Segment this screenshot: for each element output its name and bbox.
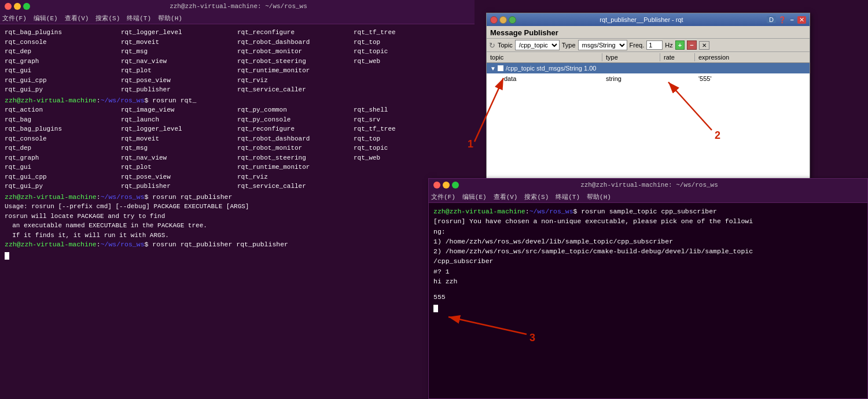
prompt-line-1: zzh@zzh-virtual-machine:~/ws/ros_ws$ ros… xyxy=(5,96,470,106)
menu-search[interactable]: 搜索(S) xyxy=(95,14,120,23)
cursor-line xyxy=(5,250,470,260)
hz-label: Hz xyxy=(665,42,672,49)
add-topic-btn[interactable]: + xyxy=(675,40,685,50)
rqt-titlebar: rqt_publisher__Publisher - rqt D ❓ － ✕ xyxy=(487,13,810,26)
rqt-close-btn[interactable] xyxy=(490,16,498,24)
bt-close-btn[interactable] xyxy=(433,182,440,189)
bt-menu-help[interactable]: 帮助(H) xyxy=(587,193,611,201)
close-btn[interactable] xyxy=(5,3,12,10)
menu-view[interactable]: 查看(V) xyxy=(65,14,89,23)
data-topic-cell: data xyxy=(487,75,602,83)
col-type: type xyxy=(602,53,660,61)
row-topic-cell: ▼ /cpp_topic std_msgs/String 1.00 xyxy=(487,64,602,72)
rqt-publisher-window: rqt_publisher__Publisher - rqt D ❓ － ✕ M… xyxy=(486,13,810,179)
freq-input[interactable] xyxy=(646,40,663,50)
bt-max-btn[interactable] xyxy=(452,182,459,189)
bt-555-value: 555 xyxy=(433,293,446,301)
remove-topic-btn[interactable]: − xyxy=(687,40,696,50)
row-topic-value: /cpp_topic std_msgs/String 1.00 xyxy=(506,65,597,72)
rqt-section-title: Message Publisher xyxy=(490,28,558,37)
expand-arrow: ▼ xyxy=(490,65,496,72)
data-rate-cell xyxy=(660,75,695,83)
freq-label: Freq. xyxy=(630,42,645,49)
clear-btn[interactable]: ✕ xyxy=(699,41,709,50)
max-btn[interactable] xyxy=(23,3,30,10)
rqt-win-controls xyxy=(490,16,516,24)
bt-line-2: ng: xyxy=(433,227,863,237)
bt-min-btn[interactable] xyxy=(443,182,450,189)
bt-line-7: hi zzh xyxy=(433,276,863,286)
bt-body: zzh@zzh-virtual-machine:~/ws/ros_ws$ ros… xyxy=(429,203,867,398)
rqt-table-header: topic type rate expression xyxy=(487,52,810,63)
col-rate: rate xyxy=(660,53,695,61)
bt-line-4: 2) /home/zzh/ws/ros_ws/src/sample_topic/… xyxy=(433,246,863,256)
bt-spacer xyxy=(433,286,863,292)
bt-line-5: /cpp_subscriber xyxy=(433,256,863,266)
rqt-table-body: ▼ /cpp_topic std_msgs/String 1.00 data s… xyxy=(487,63,810,179)
menu-help[interactable]: 帮助(H) xyxy=(158,14,182,23)
bt-menubar: 文件(F) 编辑(E) 查看(V) 搜索(S) 终端(T) 帮助(H) xyxy=(429,191,867,203)
bt-menu-edit[interactable]: 编辑(E) xyxy=(462,193,487,201)
bt-menu-terminal[interactable]: 终端(T) xyxy=(556,193,580,201)
bt-terminal-title: zzh@zzh-virtual-machine: ~/ws/ros_ws xyxy=(459,182,840,189)
menu-edit[interactable]: 编辑(E) xyxy=(34,14,58,23)
bt-win-controls xyxy=(433,182,459,189)
left-terminal-titlebar: zzh@zzh-virtual-machine: ~/ws/ros_ws xyxy=(0,0,475,13)
bt-menu-view[interactable]: 查看(V) xyxy=(494,193,518,201)
data-type-cell: string xyxy=(602,75,660,83)
bt-cursor xyxy=(433,305,438,312)
rqt-close-x[interactable]: － xyxy=(789,16,795,24)
cursor xyxy=(5,252,9,260)
rqt-row-selected[interactable]: ▼ /cpp_topic std_msgs/String 1.00 xyxy=(487,63,810,73)
left-terminal-body: rqt_bag_pluginsrqt_logger_levelrqt_recon… xyxy=(0,24,475,399)
bt-cursor-line xyxy=(433,302,863,312)
col-topic: topic xyxy=(487,53,602,61)
prompt-line-3: zzh@zzh-virtual-machine:~/ws/ros_ws$ ros… xyxy=(5,240,470,250)
left-win-controls xyxy=(5,3,30,10)
bt-output-555: 555 xyxy=(433,292,863,302)
bottom-terminal: zzh@zzh-virtual-machine: ~/ws/ros_ws 文件(… xyxy=(428,178,868,399)
bt-line-6: #? 1 xyxy=(433,267,863,276)
col-list-1: rqt_bag_pluginsrqt_logger_levelrqt_recon… xyxy=(5,28,470,95)
col-expression: expression xyxy=(695,53,810,61)
min-btn[interactable] xyxy=(14,3,21,10)
bt-line-1: [rosrun] You have chosen a non-unique ex… xyxy=(433,216,863,226)
usage-text: Usage: rosrun [--prefix cmd] [--debug] P… xyxy=(5,202,470,240)
bt-menu-file[interactable]: 文件(F) xyxy=(431,193,455,201)
row-expression-cell xyxy=(695,64,810,72)
bt-prompt-1: zzh@zzh-virtual-machine:~/ws/ros_ws$ ros… xyxy=(433,206,863,216)
rqt-section-row: Message Publisher xyxy=(487,26,810,39)
bt-titlebar: zzh@zzh-virtual-machine: ~/ws/ros_ws xyxy=(429,179,867,191)
menu-file[interactable]: 文件(F) xyxy=(2,14,27,23)
topic-label: Topic xyxy=(498,42,513,49)
rqt-row-data[interactable]: data string '555' xyxy=(487,73,810,84)
rqt-help-btn[interactable]: ❓ xyxy=(778,16,786,24)
rqt-window-title: rqt_publisher__Publisher - rqt xyxy=(599,16,683,23)
data-expression-cell: '555' xyxy=(695,75,810,83)
type-label: Type xyxy=(562,42,576,49)
rqt-x-btn[interactable]: ✕ xyxy=(797,16,806,24)
rqt-max-btn[interactable] xyxy=(509,16,516,24)
prompt-line-2: zzh@zzh-virtual-machine:~/ws/ros_ws$ ros… xyxy=(5,193,470,202)
left-terminal: zzh@zzh-virtual-machine: ~/ws/ros_ws 文件(… xyxy=(0,0,475,399)
bt-menu-search[interactable]: 搜索(S) xyxy=(524,193,549,201)
rqt-min-btn[interactable] xyxy=(499,16,507,24)
checkbox-icon[interactable] xyxy=(498,65,503,71)
bt-line-3: 1) /home/zzh/ws/ros_ws/devel/lib/sample_… xyxy=(433,237,863,246)
type-select[interactable]: msgs/String xyxy=(578,40,627,50)
menu-terminal[interactable]: 终端(T) xyxy=(127,14,151,23)
refresh-icon[interactable]: ↻ xyxy=(489,41,495,50)
row-type-cell xyxy=(602,64,660,72)
col-list-2: rqt_actionrqt_image_viewrqt_py_commonrqt… xyxy=(5,105,470,191)
left-terminal-menubar: 文件(F) 编辑(E) 查看(V) 搜索(S) 终端(T) 帮助(H) xyxy=(0,13,475,24)
rqt-d-btn[interactable]: D xyxy=(767,16,776,23)
rqt-toolbar: ↻ Topic /cpp_topic Type msgs/String Freq… xyxy=(487,39,810,52)
topic-select[interactable]: /cpp_topic xyxy=(515,40,560,50)
left-terminal-title: zzh@zzh-virtual-machine: ~/ws/ros_ws xyxy=(30,3,447,10)
row-rate-cell xyxy=(660,64,695,72)
